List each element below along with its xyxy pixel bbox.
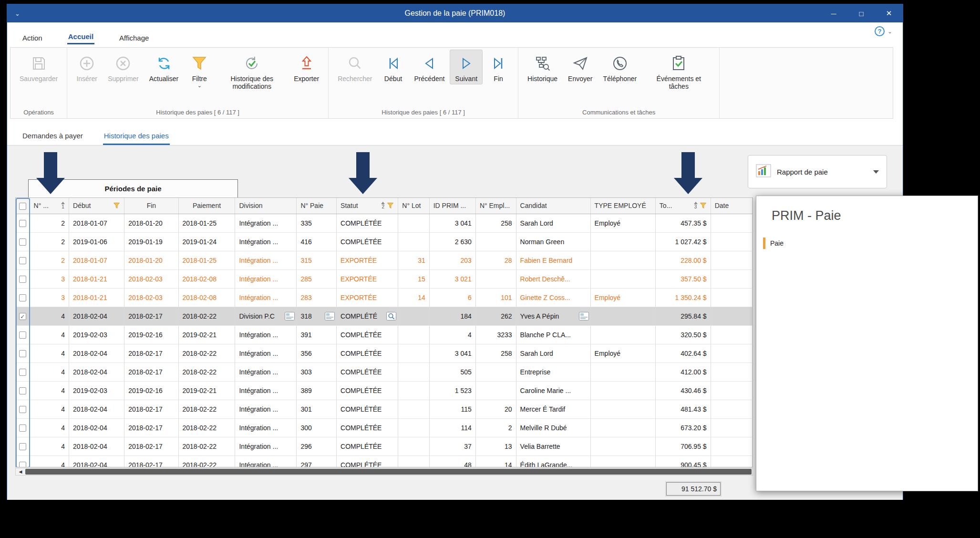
menu-tab-accueil[interactable]: Accueil [67, 30, 94, 44]
open-detail-icon[interactable] [285, 312, 295, 321]
table-row[interactable]: 42019-02-032019-02-162019-02-21Intégrati… [16, 381, 753, 400]
save-button[interactable]: Sauvegarder [14, 50, 63, 84]
cell-idprim: 184 [461, 312, 472, 320]
tab-demandes-a-payer[interactable]: Demandes à payer [21, 128, 84, 145]
row-checkbox[interactable] [19, 462, 26, 467]
insert-button[interactable]: Insérer [71, 50, 103, 84]
table-row[interactable]: ✓42018-02-042018-02-172018-02-22Division… [16, 307, 753, 325]
row-checkbox[interactable] [19, 369, 26, 376]
help-icon[interactable]: ? [875, 26, 885, 36]
column-header-lot[interactable]: N° Lot [398, 198, 429, 214]
table-row[interactable]: 32018-01-212018-02-032018-02-08Intégrati… [16, 288, 753, 307]
table-row[interactable]: 42018-02-042018-02-172018-02-22Intégrati… [16, 344, 753, 362]
table-row[interactable]: 42018-02-042018-02-172018-02-22Intégrati… [16, 418, 753, 437]
send-button[interactable]: Envoyer [563, 50, 598, 84]
delete-button[interactable]: Supprimer [103, 50, 144, 84]
filter-icon[interactable] [700, 202, 707, 209]
maximize-button[interactable]: □ [847, 4, 875, 22]
row-checkbox[interactable] [19, 387, 26, 394]
column-header-total[interactable]: To...3 [655, 198, 711, 214]
column-header-paie[interactable]: N° Paie [297, 198, 337, 214]
table-row[interactable]: 42018-02-042018-02-172018-02-22Intégrati… [16, 400, 753, 418]
column-header-type[interactable]: TYPE EMPLOYÉ [590, 198, 655, 214]
cell-lot: 31 [418, 257, 425, 264]
row-checkbox[interactable]: ✓ [19, 313, 26, 320]
ribbon-group-label: Communications et tâches [522, 107, 715, 118]
cell-total: 320.50 $ [681, 331, 707, 339]
column-header-paiement[interactable]: Paiement [178, 198, 235, 214]
cell-num: 4 [61, 424, 65, 432]
row-checkbox[interactable] [19, 406, 26, 413]
column-label: N° ... [34, 202, 49, 209]
side-panel: PRIM - Paie Paie [756, 196, 978, 491]
cell-idprim: 1 523 [455, 387, 472, 394]
filter-icon[interactable] [113, 202, 120, 209]
column-header-statut[interactable]: Statut2 [337, 198, 398, 214]
open-detail-icon[interactable] [325, 312, 335, 321]
column-header-fin[interactable]: Fin [124, 198, 178, 214]
column-header-idprim[interactable]: ID PRIM ... [429, 198, 475, 214]
cell-debut: 2018-02-04 [73, 424, 107, 432]
table-row[interactable]: 22019-01-062019-01-192019-01-24Intégrati… [16, 232, 753, 251]
table-row[interactable]: 42018-02-042018-02-172018-02-22Intégrati… [16, 362, 753, 381]
filter-button[interactable]: Filtre ⌄ [184, 50, 215, 89]
cell-fin: 2018-01-20 [128, 257, 163, 264]
cell-num: 3 [61, 275, 65, 283]
first-button[interactable]: Début [378, 50, 409, 84]
menu-tab-affichage[interactable]: Affichage [118, 31, 150, 44]
last-button[interactable]: Fin [483, 50, 514, 84]
export-button[interactable]: Exporter [289, 50, 324, 84]
column-label: Division [239, 202, 262, 209]
cell-candidat: Sarah Lord [520, 219, 553, 227]
column-header-date[interactable]: Date [711, 198, 752, 214]
scroll-left-icon[interactable]: ◀ [16, 469, 25, 474]
history-modifications-button[interactable]: Historique des modifications [215, 50, 289, 92]
row-checkbox[interactable] [19, 443, 26, 450]
table-row[interactable]: 22018-01-072018-01-202018-01-25Intégrati… [16, 251, 753, 269]
column-header-division[interactable]: Division [235, 198, 297, 214]
cell-debut: 2018-02-04 [73, 368, 107, 376]
table-row[interactable]: 22018-01-072018-01-202018-01-25Intégrati… [16, 214, 753, 232]
row-checkbox[interactable] [19, 238, 26, 246]
phone-button[interactable]: Téléphoner [598, 50, 642, 84]
row-search-icon[interactable] [386, 312, 396, 321]
next-icon [459, 53, 474, 73]
row-checkbox[interactable] [19, 294, 26, 301]
table-row[interactable]: 32018-01-212018-02-032018-02-08Intégrati… [16, 269, 753, 288]
close-button[interactable]: ✕ [875, 4, 903, 22]
search-button[interactable]: Rechercher [332, 50, 377, 84]
row-checkbox[interactable] [19, 331, 26, 339]
row-checkbox[interactable] [19, 424, 26, 432]
comm-history-button[interactable]: Historique [522, 50, 563, 84]
tab-historique-des-paies[interactable]: Historique des paies [103, 128, 170, 145]
refresh-button[interactable]: Actualiser [144, 50, 184, 84]
row-checkbox[interactable] [19, 350, 26, 357]
table-row[interactable]: 42018-02-042018-02-172018-02-22Intégrati… [16, 455, 753, 467]
cell-fin: 2018-02-17 [128, 443, 163, 450]
minimize-button[interactable]: ─ [820, 4, 847, 22]
side-panel-item-paie[interactable]: Paie [763, 238, 978, 249]
select-all-checkbox[interactable] [19, 203, 26, 210]
row-checkbox[interactable] [19, 220, 26, 227]
column-header-check[interactable] [16, 198, 30, 214]
column-header-empl[interactable]: N° Empl... [475, 198, 516, 214]
report-dropdown[interactable]: Rapport de paie [748, 155, 887, 188]
previous-button[interactable]: Précédent [409, 50, 450, 84]
table-row[interactable]: 42018-02-042018-02-172018-02-22Intégrati… [16, 437, 753, 455]
row-checkbox[interactable] [19, 276, 26, 283]
next-button[interactable]: Suivant [450, 50, 483, 84]
column-header-debut[interactable]: Début [69, 198, 124, 214]
open-detail-icon[interactable] [579, 312, 589, 321]
table-row[interactable]: 42019-02-032019-02-162019-02-21Intégrati… [16, 325, 753, 344]
row-checkbox[interactable] [19, 257, 26, 264]
sort-indicator: 2 [381, 202, 385, 209]
filter-icon[interactable] [387, 202, 394, 209]
chevron-down-icon[interactable]: ⌄ [887, 28, 892, 35]
horizontal-scrollbar[interactable]: ◀ [15, 468, 753, 476]
menu-tab-action[interactable]: Action [21, 31, 43, 44]
insert-icon [79, 53, 95, 73]
column-header-num[interactable]: N° ...1 [30, 198, 69, 214]
events-tasks-button[interactable]: Événements et tâches [642, 50, 715, 92]
scrollbar-thumb[interactable] [25, 469, 752, 475]
column-header-candidat[interactable]: Candidat [516, 198, 590, 214]
